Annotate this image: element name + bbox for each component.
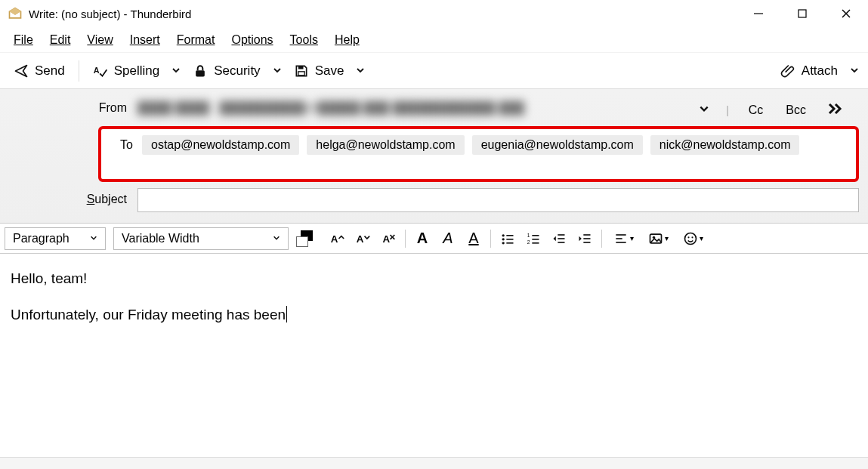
svg-rect-1	[798, 10, 806, 17]
app-icon	[8, 6, 23, 21]
recipient-pill[interactable]: helga@newoldstamp.com	[307, 135, 464, 155]
font-family-select[interactable]: Variable Width	[113, 227, 289, 250]
bold-button[interactable]: A	[410, 227, 434, 250]
maximize-button[interactable]	[780, 0, 824, 27]
decrease-font-size-button[interactable]: A	[325, 227, 349, 250]
bcc-button[interactable]: Bcc	[783, 102, 809, 119]
outdent-button[interactable]	[547, 227, 571, 250]
svg-point-36	[687, 236, 689, 238]
svg-text:A: A	[383, 233, 391, 245]
menu-tools[interactable]: Tools	[283, 30, 326, 50]
svg-rect-6	[298, 66, 303, 69]
format-toolbar: Paragraph Variable Width A A A A A A 12	[0, 224, 868, 254]
spelling-button[interactable]: A Spelling	[85, 59, 168, 83]
to-label: To	[106, 132, 142, 152]
window-controls	[737, 0, 868, 27]
menu-help[interactable]: Help	[327, 30, 367, 50]
subject-input[interactable]	[137, 188, 859, 212]
to-recipients[interactable]: ostap@newoldstamp.com helga@newoldstamp.…	[142, 132, 799, 155]
menu-options[interactable]: Options	[224, 30, 280, 50]
paragraph-style-select[interactable]: Paragraph	[5, 227, 106, 250]
save-label: Save	[315, 63, 344, 79]
spelling-label: Spelling	[114, 63, 160, 79]
menu-view[interactable]: View	[79, 30, 120, 50]
text-color-swatch[interactable]	[296, 230, 316, 247]
svg-text:1: 1	[527, 233, 530, 238]
save-icon	[294, 63, 309, 79]
svg-point-35	[684, 233, 696, 244]
from-dropdown[interactable]	[699, 103, 709, 116]
security-label: Security	[214, 63, 260, 79]
save-dropdown[interactable]	[353, 60, 368, 82]
security-dropdown[interactable]	[270, 60, 285, 82]
attach-dropdown[interactable]	[847, 60, 862, 82]
from-value[interactable]: ████ ████ · ██████████@█████.███ ███████…	[137, 97, 699, 119]
message-body-editor[interactable]: Hello, team! Unfortunately, our Friday m…	[0, 254, 868, 356]
menu-edit[interactable]: Edit	[42, 30, 79, 50]
recipient-pill[interactable]: eugenia@newoldstamp.com	[472, 135, 643, 155]
close-button[interactable]	[824, 0, 868, 27]
recipient-pill[interactable]: ostap@newoldstamp.com	[142, 135, 299, 155]
menu-bar: File Edit View Insert Format Options Too…	[0, 27, 868, 53]
increase-font-size-button[interactable]: A	[351, 227, 375, 250]
remove-formatting-button[interactable]: A	[376, 227, 400, 250]
spelling-icon: A	[93, 63, 108, 79]
menu-insert[interactable]: Insert	[122, 30, 168, 50]
cc-button[interactable]: Cc	[746, 102, 767, 119]
svg-rect-7	[298, 71, 304, 75]
toolbar-separator	[79, 60, 79, 82]
attach-button[interactable]: Attach	[773, 59, 845, 83]
svg-point-15	[502, 242, 505, 244]
chevron-down-icon	[273, 233, 280, 244]
from-label: From	[9, 97, 137, 115]
paragraph-style-value: Paragraph	[13, 232, 70, 245]
svg-text:A: A	[94, 65, 100, 74]
minimize-button[interactable]	[737, 0, 780, 27]
lock-icon	[193, 63, 208, 79]
recipient-pill[interactable]: nick@newoldstamp.com	[650, 135, 800, 155]
svg-point-37	[691, 236, 693, 238]
expand-recipients-icon[interactable]	[826, 100, 844, 120]
paperclip-icon	[780, 63, 795, 79]
svg-rect-5	[196, 70, 205, 76]
align-menu[interactable]: ▾	[607, 227, 640, 250]
spelling-dropdown[interactable]	[168, 60, 184, 82]
bullet-list-button[interactable]	[496, 227, 520, 250]
send-icon	[14, 63, 29, 79]
subject-label: Subject	[9, 188, 137, 206]
message-headers: From ████ ████ · ██████████@█████.███ ██…	[0, 89, 868, 224]
svg-text:2: 2	[527, 239, 530, 244]
emoji-menu[interactable]: ▾	[676, 227, 709, 250]
attach-label: Attach	[802, 63, 838, 79]
font-family-value: Variable Width	[122, 232, 199, 245]
send-button[interactable]: Send	[6, 59, 73, 83]
insert-image-menu[interactable]: ▾	[641, 227, 675, 250]
separator: |	[726, 104, 729, 116]
chevron-down-icon	[90, 233, 97, 244]
send-label: Send	[35, 63, 65, 79]
main-toolbar: Send A Spelling Security Save Attach	[0, 53, 868, 89]
body-line: Hello, team!	[11, 269, 857, 288]
svg-point-14	[502, 238, 505, 240]
menu-format[interactable]: Format	[169, 30, 223, 50]
indent-button[interactable]	[573, 227, 597, 250]
subject-row: Subject	[9, 188, 859, 212]
security-button[interactable]: Security	[185, 59, 267, 83]
to-field-highlighted[interactable]: To ostap@newoldstamp.com helga@newoldsta…	[98, 126, 859, 182]
svg-text:A: A	[331, 233, 338, 245]
svg-text:A: A	[357, 233, 364, 245]
save-button[interactable]: Save	[286, 59, 352, 83]
menu-file[interactable]: File	[6, 30, 41, 50]
italic-button[interactable]: A	[436, 227, 460, 250]
svg-point-13	[502, 234, 505, 236]
body-line: Unfortunately, our Friday meeting has be…	[11, 305, 857, 325]
underline-button[interactable]: A	[462, 227, 486, 250]
title-bar: Write: (no subject) - Thunderbird	[0, 0, 868, 27]
numbered-list-button[interactable]: 12	[521, 227, 545, 250]
status-bar	[0, 457, 868, 469]
from-row: From ████ ████ · ██████████@█████.███ ██…	[9, 97, 859, 120]
window-title: Write: (no subject) - Thunderbird	[29, 8, 191, 20]
to-row: To ostap@newoldstamp.com helga@newoldsta…	[9, 126, 859, 182]
